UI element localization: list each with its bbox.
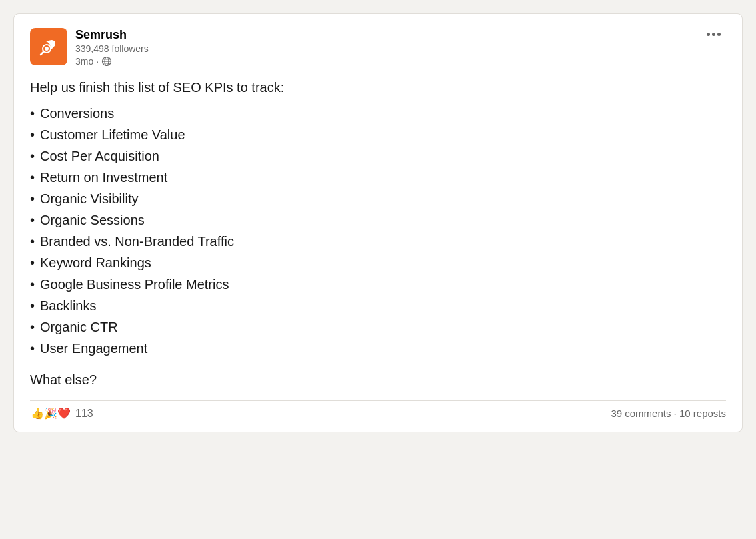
list-item: Organic Visibility — [30, 188, 726, 209]
reaction-emoji-group: 👍 🎉 ❤️ — [30, 406, 71, 421]
post-intro-text: Help us finish this list of SEO KPIs to … — [30, 77, 726, 97]
more-dot-2 — [712, 33, 715, 36]
reactions-right: 39 comments · 10 reposts — [611, 408, 726, 419]
post-meta: 3mo · — [75, 56, 149, 67]
list-item: User Engagement — [30, 338, 726, 359]
profile-section: Semrush 339,498 followers 3mo · — [30, 27, 149, 67]
list-item: Return on Investment — [30, 167, 726, 188]
post-body: Help us finish this list of SEO KPIs to … — [30, 77, 726, 390]
list-item: Conversions — [30, 103, 726, 124]
post-outro-text: What else? — [30, 370, 726, 390]
reaction-celebrate-icon: 🎉 — [43, 406, 58, 421]
followers-count: 339,498 followers — [75, 43, 149, 55]
list-item: Organic CTR — [30, 316, 726, 338]
list-item: Branded vs. Non-Branded Traffic — [30, 231, 726, 252]
comments-reposts-label[interactable]: 39 comments · 10 reposts — [611, 408, 726, 419]
list-item: Backlinks — [30, 295, 726, 316]
reaction-count[interactable]: 113 — [75, 408, 93, 420]
reactions-left: 👍 🎉 ❤️ 113 — [30, 406, 93, 421]
reaction-love-icon: ❤️ — [57, 406, 71, 421]
list-item: Cost Per Acquisition — [30, 145, 726, 167]
reactions-bar: 👍 🎉 ❤️ 113 39 comments · 10 reposts — [30, 400, 726, 421]
svg-point-2 — [45, 47, 49, 51]
post-time: 3mo — [75, 56, 93, 67]
kpi-list: Conversions Customer Lifetime Value Cost… — [30, 103, 726, 359]
list-item: Google Business Profile Metrics — [30, 274, 726, 295]
more-dot-1 — [707, 33, 710, 36]
list-item: Organic Sessions — [30, 209, 726, 231]
more-dot-3 — [717, 33, 721, 36]
semrush-logo-icon — [37, 35, 61, 59]
company-name[interactable]: Semrush — [75, 27, 149, 43]
list-item: Customer Lifetime Value — [30, 124, 726, 145]
profile-info: Semrush 339,498 followers 3mo · — [75, 27, 149, 67]
post-card: Semrush 339,498 followers 3mo · — [13, 13, 743, 432]
more-options-button[interactable] — [701, 30, 726, 39]
reaction-like-icon: 👍 — [30, 406, 45, 421]
company-logo[interactable] — [30, 28, 67, 65]
list-item: Keyword Rankings — [30, 252, 726, 274]
separator: · — [96, 56, 99, 67]
post-header: Semrush 339,498 followers 3mo · — [30, 27, 726, 67]
visibility-icon — [101, 56, 112, 67]
